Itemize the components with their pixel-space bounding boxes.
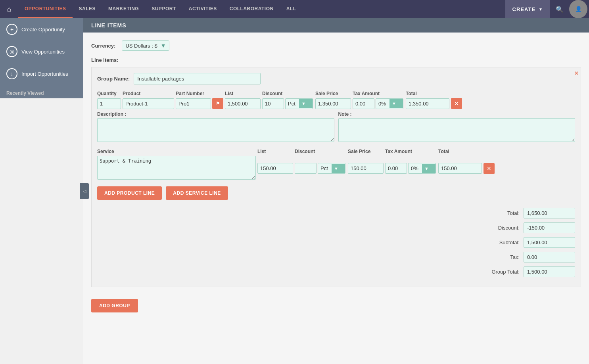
main-content: LINE ITEMS Currency: US Dollars : $ ▼ Li…	[83, 18, 589, 364]
product-row: ⚑ Pct ▼	[97, 98, 575, 109]
product-total-input[interactable]	[406, 98, 449, 109]
col-header-service-sale: Sale Price	[348, 149, 384, 154]
description-textarea[interactable]	[97, 118, 334, 142]
avatar[interactable]: 👤	[569, 0, 587, 18]
sidebar: + Create Opportunity ◎ View Opportunitie…	[0, 18, 83, 98]
nav-item-opportunities[interactable]: OPPORTUNITIES	[18, 0, 73, 18]
line-items-label: Line Items:	[91, 57, 581, 63]
col-header-service: Service	[97, 149, 256, 154]
create-button[interactable]: CREATE ▼	[505, 0, 550, 18]
note-label: Note :	[338, 111, 576, 117]
service-total-input[interactable]	[438, 163, 482, 174]
sidebar-item-import-opportunities[interactable]: ↓ Import Opportunities	[0, 63, 83, 85]
currency-value: US Dollars : $	[125, 43, 157, 49]
description-block: Description :	[97, 111, 334, 143]
service-discount-type-select[interactable]: Pct ▼	[318, 163, 345, 174]
product-tax-amount-input[interactable]	[353, 98, 374, 109]
product-name-input[interactable]	[123, 98, 174, 109]
product-total-cell	[406, 98, 449, 109]
create-arrow-icon: ▼	[539, 7, 543, 11]
product-name-cell	[123, 98, 174, 109]
add-group-button[interactable]: ADD GROUP	[91, 299, 138, 312]
product-qty-input[interactable]	[97, 98, 121, 109]
search-icon[interactable]: 🔍	[550, 6, 569, 13]
col-header-tax-amount: Tax Amount	[353, 91, 404, 96]
service-list-cell	[257, 163, 293, 174]
product-part-input[interactable]	[176, 98, 211, 109]
col-header-part-number: Part Number	[176, 91, 223, 96]
currency-select[interactable]: US Dollars : $ ▼	[122, 40, 169, 51]
currency-label: Currency:	[91, 43, 115, 49]
product-delete-button[interactable]: ✕	[451, 98, 462, 109]
totals-table: Total: 1,650.00 Discount: -150.00 Subtot…	[432, 208, 575, 281]
nav-item-collaboration[interactable]: COLLABORATION	[223, 0, 280, 18]
sidebar-item-view-opportunities[interactable]: ◎ View Opportunities	[0, 40, 83, 63]
recently-viewed-label: Recently Viewed	[0, 85, 83, 98]
product-discount-type-value: Pct	[286, 99, 299, 109]
description-label: Description :	[97, 111, 334, 117]
top-nav: ⌂ OPPORTUNITIES SALES MARKETING SUPPORT …	[0, 0, 589, 18]
nav-item-sales[interactable]: SALES	[73, 0, 102, 18]
note-textarea[interactable]	[338, 118, 576, 142]
part-with-btn: ⚑	[176, 98, 223, 109]
product-list-input[interactable]	[225, 98, 261, 109]
product-discount-input[interactable]	[262, 98, 284, 109]
sidebar-item-view-opportunities-label: View Opportunities	[21, 49, 65, 55]
product-delete-cell: ✕	[451, 98, 464, 109]
col-header-list: List	[225, 91, 261, 96]
col-header-product: Product	[123, 91, 174, 96]
total-row: Total: 1,650.00	[432, 208, 575, 218]
currency-dropdown-arrow-icon: ▼	[161, 42, 166, 49]
service-list-input[interactable]	[257, 163, 293, 174]
product-sale-price-input[interactable]	[315, 98, 351, 109]
service-tax-type-select[interactable]: 0% ▼	[408, 163, 436, 174]
nav-right: CREATE ▼ 🔍 👤	[505, 0, 589, 18]
nav-items: OPPORTUNITIES SALES MARKETING SUPPORT AC…	[18, 0, 505, 18]
add-service-line-button[interactable]: ADD SERVICE LINE	[166, 186, 228, 200]
group-name-label: Group Name:	[97, 76, 130, 82]
discount-label: Discount:	[432, 225, 520, 231]
subtotal-value: 1,500.00	[524, 237, 575, 248]
nav-item-all[interactable]: ALL	[280, 0, 303, 18]
product-qty-cell	[97, 98, 121, 109]
group-total-value: 1,500.00	[524, 266, 575, 277]
totals-section: Total: 1,650.00 Discount: -150.00 Subtot…	[97, 208, 575, 281]
service-row: Support & Training Pct ▼	[97, 156, 575, 181]
nav-item-marketing[interactable]: MARKETING	[102, 0, 145, 18]
nav-item-support[interactable]: SUPPORT	[145, 0, 182, 18]
product-table-header: Quantity Product Part Number List Discou…	[97, 91, 575, 96]
product-table: Quantity Product Part Number List Discou…	[97, 91, 575, 143]
home-icon[interactable]: ⌂	[0, 0, 18, 18]
layout: + Create Opportunity ◎ View Opportunitie…	[0, 18, 589, 364]
tax-value: 0.00	[524, 252, 575, 262]
col-header-qty: Quantity	[97, 91, 121, 96]
sidebar-toggle-button[interactable]: ◁	[80, 183, 89, 199]
group-name-input[interactable]	[134, 73, 261, 84]
sidebar-item-create-opportunity[interactable]: + Create Opportunity	[0, 18, 83, 40]
group-close-icon[interactable]: ×	[575, 70, 578, 77]
col-header-service-total: Total	[438, 149, 482, 154]
section-title: LINE ITEMS	[91, 22, 127, 29]
sidebar-item-import-opportunities-label: Import Opportunities	[21, 71, 68, 77]
product-tax-type-value: 0%	[376, 99, 389, 109]
product-discount-type-select[interactable]: Pct ▼	[285, 98, 313, 109]
service-discount-input[interactable]	[295, 163, 317, 174]
plus-icon: +	[6, 24, 17, 35]
nav-item-activities[interactable]: ACTIVITIES	[182, 0, 223, 18]
service-sale-price-input[interactable]	[348, 163, 384, 174]
subtotal-row: Subtotal: 1,500.00	[432, 237, 575, 248]
add-group-section: ADD GROUP	[91, 299, 581, 312]
service-name-cell: Support & Training	[97, 156, 256, 181]
product-tax-type-select[interactable]: 0% ▼	[376, 98, 403, 109]
service-tax-amount-input[interactable]	[385, 163, 407, 174]
subtotal-label: Subtotal:	[432, 239, 520, 245]
product-list-cell	[225, 98, 261, 109]
service-name-textarea[interactable]: Support & Training	[97, 156, 256, 180]
add-product-line-button[interactable]: ADD PRODUCT LINE	[97, 186, 162, 200]
group-container: × Group Name: Quantity Product Part Numb…	[91, 67, 581, 287]
product-part-select-button[interactable]: ⚑	[212, 98, 223, 109]
service-delete-button[interactable]: ✕	[483, 163, 495, 174]
tax-label: Tax:	[432, 254, 520, 260]
service-discount-type-value: Pct	[318, 163, 332, 173]
service-table: Service List Discount Sale Price Tax Amo…	[97, 149, 575, 181]
